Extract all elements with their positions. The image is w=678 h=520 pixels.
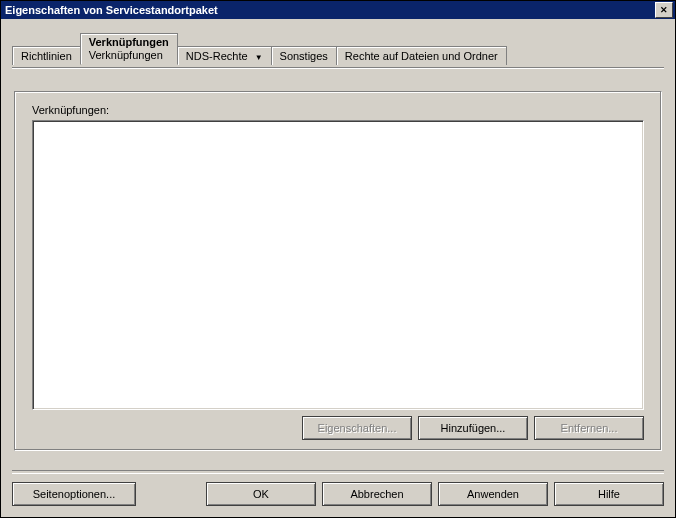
dialog-buttons: OK Abbrechen Anwenden Hilfe: [206, 482, 664, 506]
cancel-button[interactable]: Abbrechen: [322, 482, 432, 506]
associations-listbox[interactable]: [32, 120, 644, 410]
dialog-window: Eigenschaften von Servicestandortpaket ✕…: [0, 0, 676, 518]
close-button[interactable]: ✕: [655, 2, 673, 18]
tab-verknuepfungen[interactable]: Verknüpfungen Verknüpfungen: [80, 33, 178, 65]
apply-button[interactable]: Anwenden: [438, 482, 548, 506]
remove-button[interactable]: Entfernen...: [534, 416, 644, 440]
tab-rechte-dateien[interactable]: Rechte auf Dateien und Ordner: [336, 46, 507, 65]
tab-label: Rechte auf Dateien und Ordner: [345, 50, 498, 62]
tab-label: Richtlinien: [21, 50, 72, 62]
bottom-divider: [12, 470, 664, 474]
dropdown-icon: ▼: [255, 53, 263, 62]
tab-richtlinien[interactable]: Richtlinien: [12, 46, 81, 65]
window-title: Eigenschaften von Servicestandortpaket: [5, 4, 218, 16]
button-label: Seitenoptionen...: [33, 488, 116, 500]
client-area: Richtlinien Verknüpfungen Verknüpfungen …: [2, 19, 674, 516]
button-label: OK: [253, 488, 269, 500]
button-label: Hinzufügen...: [441, 422, 506, 434]
tab-nds-rechte[interactable]: NDS-Rechte ▼: [177, 46, 272, 65]
tab-label: Verknüpfungen: [89, 36, 169, 48]
close-icon: ✕: [660, 6, 668, 15]
tab-label: Sonstiges: [280, 50, 328, 62]
page-options-button[interactable]: Seitenoptionen...: [12, 482, 136, 506]
list-caption: Verknüpfungen:: [32, 104, 109, 116]
button-label: Hilfe: [598, 488, 620, 500]
tab-sublabel: Verknüpfungen: [89, 49, 169, 61]
tab-sonstiges[interactable]: Sonstiges: [271, 46, 337, 65]
properties-button[interactable]: Eigenschaften...: [302, 416, 412, 440]
button-label: Eigenschaften...: [318, 422, 397, 434]
help-button[interactable]: Hilfe: [554, 482, 664, 506]
title-bar: Eigenschaften von Servicestandortpaket ✕: [1, 1, 675, 19]
ok-button[interactable]: OK: [206, 482, 316, 506]
bottom-button-bar: Seitenoptionen... OK Abbrechen Anwenden …: [12, 482, 664, 506]
tab-strip: Richtlinien Verknüpfungen Verknüpfungen …: [12, 33, 507, 65]
list-buttons-row: Eigenschaften... Hinzufügen... Entfernen…: [302, 416, 644, 440]
button-label: Anwenden: [467, 488, 519, 500]
button-label: Abbrechen: [350, 488, 403, 500]
tab-underline-light: [12, 68, 664, 69]
add-button[interactable]: Hinzufügen...: [418, 416, 528, 440]
button-label: Entfernen...: [561, 422, 618, 434]
tab-label: NDS-Rechte: [186, 50, 248, 62]
